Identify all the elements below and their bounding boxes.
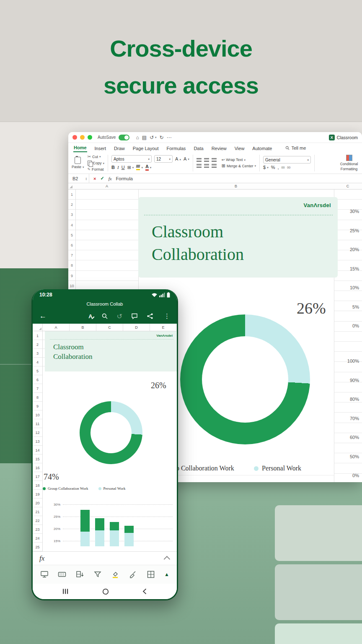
font-name-select[interactable]: Aptos▾ [111,155,152,163]
underline-button[interactable]: U [122,165,125,170]
bold-button[interactable]: B [111,165,115,170]
save-icon[interactable]: ▤ [142,135,147,140]
column-header[interactable]: B [70,324,96,331]
ribbon-tab[interactable]: Home [73,144,87,152]
kebab-menu-icon[interactable]: ⋮ [164,312,170,320]
row-header[interactable]: 5 [68,230,75,240]
currency-button[interactable]: $▾ [263,165,269,170]
format-painter-button[interactable]: ✎Format [88,167,105,171]
row-header[interactable]: 1 [68,190,75,200]
ribbon-tab[interactable]: Formulas [166,145,186,152]
zoom-window-button[interactable] [88,135,92,140]
comma-button[interactable]: , [277,165,279,170]
row-header[interactable]: 6 [33,375,42,384]
back-icon[interactable] [142,588,147,595]
ribbon-tab[interactable]: Automate [252,145,272,152]
row-header[interactable]: 2 [68,200,75,210]
minimize-window-button[interactable] [80,135,85,140]
ribbon-tab[interactable]: Review [211,145,227,152]
format-font-button[interactable]: A [88,313,92,319]
align-left-icon[interactable] [197,164,202,168]
row-header[interactable]: 9 [33,402,42,410]
copy-button[interactable]: Copy▾ [88,161,105,166]
cancel-entry-button[interactable]: × [93,176,96,181]
merge-center-button[interactable]: ⊞Merge & Center▾ [222,164,256,168]
row-header[interactable]: 8 [33,393,42,402]
autosave-toggle[interactable] [119,135,129,140]
decrease-decimal-button[interactable]: 00 [287,166,290,169]
ribbon-tab[interactable]: Page Layout [132,145,159,152]
row-header[interactable]: 15 [33,454,42,463]
conditional-formatting-button[interactable]: Conditional Formatting [339,155,359,171]
row-header[interactable]: 18 [33,481,42,490]
share-icon[interactable] [147,313,153,319]
sort-icon[interactable] [76,571,84,578]
number-format-select[interactable]: General▾ [263,156,311,164]
align-middle-icon[interactable] [204,158,209,162]
align-center-icon[interactable] [204,164,209,168]
back-button[interactable]: ← [39,312,47,320]
row-header[interactable]: 6 [68,240,75,250]
column-header[interactable]: A [106,184,108,188]
keyboard-icon[interactable] [58,571,66,578]
column-header[interactable]: B [235,184,237,188]
formula-input[interactable]: Formula [116,176,133,181]
search-icon[interactable] [101,313,108,319]
row-header[interactable]: 1 [33,331,42,340]
row-header[interactable]: 20 [33,499,42,507]
row-header[interactable]: 2 [33,340,42,349]
row-header[interactable]: 14 [33,446,42,454]
font-color-button[interactable]: A▾ [145,164,151,171]
formula-bar[interactable]: fx [33,551,177,565]
row-header[interactable]: 23 [33,525,42,534]
ribbon-tab[interactable]: View [234,145,245,152]
ribbon-tab[interactable]: Data [193,145,204,152]
column-header[interactable]: A [43,324,70,331]
row-header[interactable]: 12 [33,428,42,437]
row-header[interactable]: 3 [33,349,42,358]
italic-button[interactable]: I [117,165,119,170]
row-header[interactable]: 8 [68,260,75,270]
grow-font-button[interactable]: A▴ [175,157,181,161]
row-header[interactable]: 21 [33,507,42,516]
donut-chart[interactable] [180,314,310,444]
ribbon-tab[interactable]: Draw [114,145,125,152]
row-header[interactable]: 22 [33,516,42,525]
row-header[interactable]: 19 [33,490,42,499]
tell-me-button[interactable]: Tell me [285,145,306,152]
row-header[interactable]: 9 [68,271,75,281]
column-header[interactable]: C [346,184,349,188]
recents-icon[interactable] [63,589,69,594]
row-header[interactable]: 4 [68,220,75,230]
donut-chart[interactable] [80,401,142,464]
confirm-entry-button[interactable]: ✓ [100,176,104,181]
home-icon[interactable]: ⌂ [136,135,139,140]
row-header[interactable]: 24 [33,534,42,543]
cut-button[interactable]: ✂Cut▾ [88,154,105,159]
undo-button[interactable]: ↺ [117,312,122,320]
percent-button[interactable]: % [271,165,275,170]
row-header[interactable]: 3 [68,210,75,220]
row-header[interactable]: 5 [33,366,42,375]
paste-button[interactable]: Paste▾ [72,157,84,169]
filter-icon[interactable] [93,571,102,578]
align-top-icon[interactable] [197,158,202,162]
spreadsheet-grid[interactable]: 1234567891011121314151617181920212223242… [33,331,177,551]
column-header[interactable]: C [96,324,123,331]
row-header[interactable]: 25 [33,543,42,551]
fill-color-icon[interactable] [111,571,119,578]
shrink-font-button[interactable]: A▾ [184,157,189,161]
row-header[interactable]: 7 [33,384,42,393]
align-right-icon[interactable] [212,164,217,168]
format-painter-icon[interactable] [129,571,137,578]
align-bottom-icon[interactable] [212,158,217,162]
row-header[interactable]: 17 [33,472,42,481]
column-header[interactable]: D [123,324,150,331]
row-header[interactable]: 7 [68,250,75,260]
insert-function-button[interactable]: fx [109,176,112,181]
home-icon[interactable] [102,588,109,595]
name-box[interactable]: B2 ▴▾ [68,174,89,183]
more-commands-icon[interactable]: ⋯ [167,135,172,140]
ribbon-tab[interactable]: Insert [94,145,107,152]
row-header[interactable]: 4 [33,358,42,366]
